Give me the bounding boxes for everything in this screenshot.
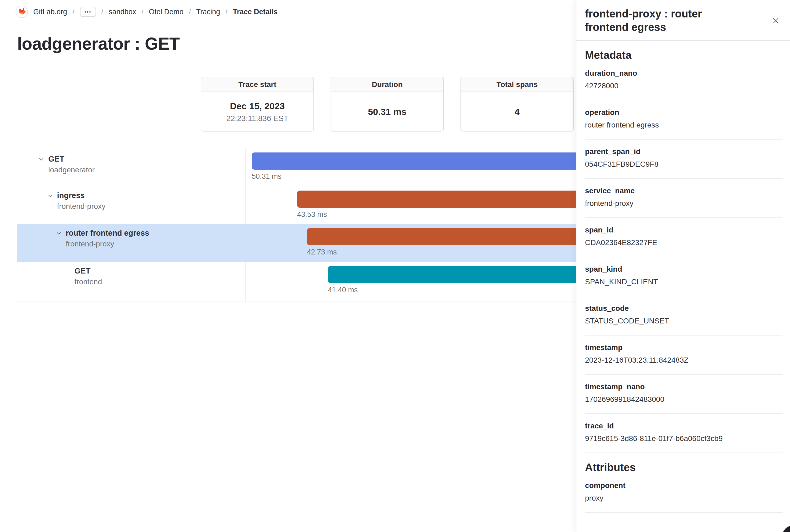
metadata-row: span_id CDA02364E82327FE [585,218,783,257]
breadcrumb-separator: / [141,8,143,16]
metadata-key: duration_nano [585,69,783,78]
metadata-value: 9719c615-3d86-811e-01f7-b6a060cf3cb9 [585,434,783,443]
trace-start-card: Trace start Dec 15, 2023 22:23:11.836 ES… [201,77,314,132]
attribute-row: component proxy [585,474,783,513]
span-operation: router frontend egress [66,229,149,238]
span-duration-label: 43.53 ms [297,210,327,219]
metadata-key: status_code [585,304,783,313]
chevron-down-icon[interactable] [56,230,62,236]
drawer-body: Metadata duration_nano 42728000 operatio… [576,49,790,513]
breadcrumb-separator: / [226,8,228,16]
metadata-row: trace_id 9719c615-3d86-811e-01f7-b6a060c… [585,414,783,453]
metadata-value: 054CF31FB9DEC9F8 [585,159,783,169]
corner-widget-button[interactable] [782,526,790,532]
chevron-down-icon[interactable] [38,156,44,163]
attribute-value: proxy [585,493,783,503]
metadata-row: status_code STATUS_CODE_UNSET [585,296,783,336]
metadata-value: 1702696991842483000 [585,395,783,404]
metadata-row: duration_nano 42728000 [585,61,783,100]
close-button[interactable] [769,14,783,27]
breadcrumb-item-trace-details: Trace Details [233,8,278,16]
drawer-title: frontend-proxy : router frontend egress [585,7,746,34]
trace-start-date: Dec 15, 2023 [230,101,285,111]
metadata-value: CDA02364E82327FE [585,238,783,247]
metadata-row: parent_span_id 054CF31FB9DEC9F8 [585,139,783,179]
metadata-key: timestamp_nano [585,382,783,391]
card-title: Trace start [201,77,313,92]
metadata-key: parent_span_id [585,147,783,156]
metadata-row: span_kind SPAN_KIND_CLIENT [585,257,783,296]
gitlab-tanuki-icon [18,8,25,16]
chevron-down-icon[interactable] [47,192,53,199]
metadata-value: 42728000 [585,81,783,91]
metadata-value: 2023-12-16T03:23:11.842483Z [585,355,783,365]
drawer-header: frontend-proxy : router frontend egress [576,0,790,41]
span-duration-label: 50.31 ms [252,172,282,180]
breadcrumb-separator: / [189,8,191,16]
metadata-row: service_name frontend-proxy [585,179,783,218]
span-duration-bar[interactable] [307,228,606,245]
span-operation: ingress [57,191,85,200]
close-icon [771,16,781,25]
metadata-value: frontend-proxy [585,198,783,208]
breadcrumb-item-sandbox[interactable]: sandbox [109,8,136,16]
metadata-row: timestamp 2023-12-16T03:23:11.842483Z [585,336,783,375]
span-operation: GET [48,155,64,164]
attributes-heading: Attributes [585,461,783,474]
metadata-row: operation router frontend egress [585,100,783,139]
span-operation: GET [75,267,91,276]
span-duration-bar[interactable] [252,152,604,170]
span-duration-label: 41.40 ms [328,286,358,294]
metadata-heading: Metadata [585,49,783,61]
gitlab-group-avatar[interactable] [16,6,28,18]
breadcrumb-item-tracing[interactable]: Tracing [196,8,220,16]
duration-value: 50.31 ms [368,107,407,117]
metadata-key: trace_id [585,421,783,431]
duration-card: Duration 50.31 ms [331,77,444,132]
total-spans-card: Total spans 4 [461,77,574,132]
metadata-key: span_kind [585,265,783,274]
metadata-key: operation [585,108,783,117]
breadcrumb-item-gitlab-org[interactable]: GitLab.org [33,8,67,16]
metadata-value: STATUS_CODE_UNSET [585,316,783,326]
metadata-key: timestamp [585,343,783,352]
metadata-value: router frontend egress [585,120,783,130]
card-title: Total spans [461,77,573,92]
breadcrumb-item-otel-demo[interactable]: Otel Demo [149,8,184,16]
metadata-key: service_name [585,186,783,195]
attribute-key: component [585,481,783,490]
metadata-key: span_id [585,226,783,234]
span-details-drawer: frontend-proxy : router frontend egress … [576,0,790,532]
breadcrumb-ellipsis-button[interactable]: ••• [80,7,96,17]
breadcrumb-separator: / [73,8,75,16]
card-title: Duration [331,77,443,92]
trace-start-time: 22:23:11.836 EST [226,114,288,123]
page-title: loadgenerator : GET [17,34,180,54]
metadata-row: timestamp_nano 1702696991842483000 [585,375,783,414]
span-duration-bar[interactable] [297,191,602,208]
total-spans-value: 4 [515,107,520,117]
span-duration-label: 42.73 ms [307,248,337,256]
metadata-value: SPAN_KIND_CLIENT [585,277,783,287]
span-duration-bar[interactable] [328,266,618,283]
breadcrumb-separator: / [101,8,103,16]
